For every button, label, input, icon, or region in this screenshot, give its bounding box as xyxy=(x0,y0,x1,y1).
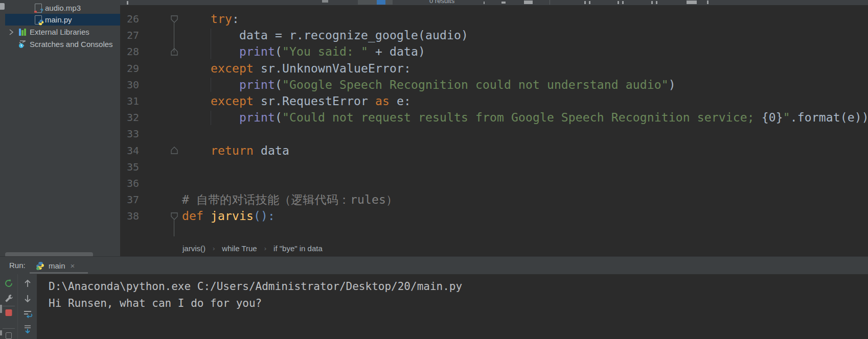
scratches-icon xyxy=(18,40,27,49)
line-number[interactable]: 30 xyxy=(120,77,139,93)
code-text: try: xyxy=(182,11,239,28)
console-line: Hi Runsen, what can I do for you? xyxy=(49,295,462,312)
line-number[interactable]: 37 xyxy=(120,191,139,208)
icon-fragment[interactable] xyxy=(584,1,586,4)
code-line-30[interactable]: 30 print("Google Speech Recognition coul… xyxy=(120,77,868,93)
breadcrumb-item[interactable]: if "bye" in data xyxy=(273,244,323,253)
code-text: print("You said: " + data) xyxy=(182,43,425,60)
run-panel-label: Run: xyxy=(9,261,26,270)
soft-wrap-icon[interactable] xyxy=(22,309,33,319)
rerun-icon[interactable] xyxy=(4,278,14,288)
python-run-icon xyxy=(36,261,44,270)
indent-guide xyxy=(211,78,211,92)
fold-marker[interactable] xyxy=(171,147,178,154)
blue-toggle-fragment[interactable] xyxy=(377,0,385,5)
breadcrumb-separator: › xyxy=(213,245,215,252)
breadcrumb-item[interactable]: while True xyxy=(222,244,257,253)
fold-region-line xyxy=(174,23,174,53)
code-line-33[interactable]: 33 xyxy=(120,126,868,142)
icon-fragment[interactable] xyxy=(687,1,697,4)
breadcrumb-separator: › xyxy=(264,245,266,252)
icon-fragment[interactable] xyxy=(707,1,709,4)
field-fragment xyxy=(358,0,393,5)
results-count: 0 results xyxy=(429,0,454,5)
code-line-38[interactable]: 38def jarvis(): xyxy=(120,208,868,225)
code-line-34[interactable]: 34 return data xyxy=(120,142,868,159)
up-arrow-icon[interactable] xyxy=(22,278,33,288)
line-number[interactable]: 28 xyxy=(120,43,139,60)
breadcrumb: jarvis()›while True›if "bye" in data xyxy=(120,240,868,256)
icon-fragment[interactable] xyxy=(656,1,657,4)
console-toolbar xyxy=(18,274,37,339)
line-number[interactable]: 34 xyxy=(120,142,139,159)
project-tree-panel: ? audio.mp3 main.py Extern xyxy=(0,0,120,259)
indent-guide xyxy=(211,29,211,59)
icon-fragment[interactable] xyxy=(622,1,624,4)
breadcrumb-item[interactable]: jarvis() xyxy=(182,244,205,253)
divider xyxy=(3,328,15,329)
tree-item-label: External Libraries xyxy=(30,28,89,36)
code-line-29[interactable]: 29 except sr.UnknownValueError: xyxy=(120,60,868,77)
line-number[interactable]: 29 xyxy=(120,60,139,77)
console-output: D:\Anaconda\python.exe C:/Users/Administ… xyxy=(49,278,462,312)
code-line-32[interactable]: 32 print("Could not request results from… xyxy=(120,109,868,126)
code-text: # 自带的对话技能（逻辑代码：rules） xyxy=(182,191,398,208)
run-panel-header: Run: main × xyxy=(0,256,868,274)
tree-item-label: Scratches and Consoles xyxy=(30,40,113,49)
code-text: return data xyxy=(182,142,289,159)
line-number[interactable]: 26 xyxy=(120,11,139,28)
code-text: def jarvis(): xyxy=(182,208,275,225)
line-number[interactable]: 32 xyxy=(120,109,139,126)
tree-item-scratches[interactable]: Scratches and Consoles xyxy=(0,38,139,50)
icon-fragment[interactable] xyxy=(589,1,590,4)
fold-region-line xyxy=(174,220,174,236)
line-number[interactable]: 36 xyxy=(120,175,139,192)
code-line-28[interactable]: 28 print("You said: " + data) xyxy=(120,43,868,60)
divider xyxy=(3,306,15,306)
code-line-26[interactable]: 26 try: xyxy=(120,11,868,28)
run-tab-main[interactable]: main × xyxy=(30,258,88,274)
tool-stripe-fragment xyxy=(0,330,2,335)
code-line-37[interactable]: 37# 自带的对话技能（逻辑代码：rules） xyxy=(120,191,868,208)
code-line-31[interactable]: 31 except sr.RequestError as e: xyxy=(120,93,868,110)
audio-file-icon: ? xyxy=(34,4,42,12)
tool-stripe-fragment xyxy=(0,305,2,313)
partial-icon[interactable] xyxy=(6,332,12,339)
chevron-fragment xyxy=(322,0,328,3)
code-editor[interactable]: 26 try:27 data = r.recognize_google(audi… xyxy=(120,5,868,240)
line-number[interactable]: 31 xyxy=(120,93,139,110)
line-number[interactable]: 27 xyxy=(120,27,139,44)
down-arrow-icon[interactable] xyxy=(22,294,33,304)
stop-icon[interactable] xyxy=(6,309,12,316)
code-line-27[interactable]: 27 data = r.recognize_google(audio) xyxy=(120,27,868,44)
run-toolbar xyxy=(0,274,18,339)
code-line-35[interactable]: 35 xyxy=(120,159,868,176)
tree-item-external-libraries[interactable]: External Libraries xyxy=(0,26,128,38)
code-text: print("Could not request results from Go… xyxy=(182,109,868,126)
line-number[interactable]: 33 xyxy=(120,126,139,142)
code-text: except sr.UnknownValueError: xyxy=(182,60,411,77)
chevron-right-icon[interactable] xyxy=(8,29,14,35)
filter-icon-fragment[interactable] xyxy=(524,1,533,4)
line-number[interactable]: 38 xyxy=(120,208,139,225)
line-number[interactable]: 35 xyxy=(120,159,139,176)
tree-item-label: audio.mp3 xyxy=(45,4,81,12)
tree-item-label: main.py xyxy=(45,15,72,24)
close-icon[interactable]: × xyxy=(71,261,75,270)
run-tab-title: main xyxy=(49,261,65,270)
down-arrow-fragment[interactable] xyxy=(501,2,506,4)
libraries-icon xyxy=(18,28,27,36)
code-text: data = r.recognize_google(audio) xyxy=(182,27,468,44)
icon-fragment[interactable] xyxy=(651,1,653,4)
fold-marker[interactable] xyxy=(171,212,178,220)
icon-fragment[interactable] xyxy=(618,1,619,4)
code-line-36[interactable]: 36 xyxy=(120,175,868,192)
run-console: D:\Anaconda\python.exe C:/Users/Administ… xyxy=(0,274,868,339)
pycharm-window: 0 results ? audio.mp3 xyxy=(0,0,868,339)
fold-marker[interactable] xyxy=(171,15,178,23)
fold-marker[interactable] xyxy=(171,48,178,56)
code-text: print("Google Speech Recognition could n… xyxy=(182,77,676,93)
up-arrow-fragment[interactable] xyxy=(484,2,485,4)
settings-icon[interactable] xyxy=(4,294,14,304)
scroll-to-end-icon[interactable] xyxy=(22,324,33,334)
